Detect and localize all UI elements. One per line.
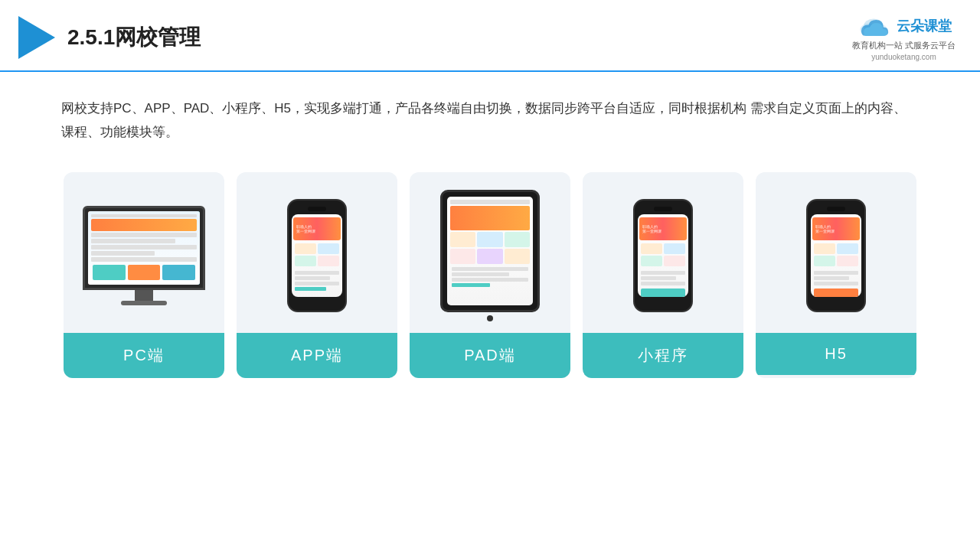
page-title: 2.5.1网校管理 bbox=[67, 23, 201, 52]
card-app: 职场人的第一堂网课 bbox=[237, 172, 397, 378]
header-right: 云朵课堂 教育机构一站 式服务云平台 yunduoketang.com bbox=[852, 14, 956, 61]
phone-mockup-mini: 职场人的第一堂网课 bbox=[633, 199, 693, 312]
brand-tagline: 教育机构一站 式服务云平台 bbox=[852, 40, 956, 51]
card-pc: PC端 bbox=[64, 172, 224, 378]
brand-logo: 云朵课堂 bbox=[855, 14, 952, 38]
card-h5: 职场人的第一堂网课 bbox=[756, 172, 916, 378]
card-h5-image: 职场人的第一堂网课 bbox=[756, 172, 916, 333]
phone-mockup-h5: 职场人的第一堂网课 bbox=[806, 199, 866, 312]
card-app-label: APP端 bbox=[237, 333, 397, 378]
pc-mockup bbox=[83, 206, 205, 305]
card-pad-image bbox=[410, 172, 570, 333]
card-app-image: 职场人的第一堂网课 bbox=[237, 172, 397, 333]
cloud-icon bbox=[855, 14, 892, 38]
description-content: 网校支持PC、APP、PAD、小程序、H5，实现多端打通，产品各终端自由切换，数… bbox=[61, 101, 906, 139]
tablet-mockup bbox=[440, 190, 540, 321]
platform-cards: PC端 职场人的第一堂网课 bbox=[0, 154, 980, 396]
card-miniapp-label: 小程序 bbox=[583, 333, 743, 378]
brand-name: 云朵课堂 bbox=[897, 17, 952, 35]
header: 2.5.1网校管理 云朵课堂 教育机构一站 式服务云平台 yunduoketan… bbox=[0, 0, 980, 72]
card-pc-image bbox=[64, 172, 224, 333]
header-left: 2.5.1网校管理 bbox=[18, 16, 201, 59]
brand-url: yunduoketang.com bbox=[871, 53, 936, 61]
card-h5-label: H5 bbox=[756, 333, 916, 375]
card-pc-label: PC端 bbox=[64, 333, 224, 378]
logo-icon bbox=[18, 16, 55, 59]
description-text: 网校支持PC、APP、PAD、小程序、H5，实现多端打通，产品各终端自由切换，数… bbox=[0, 72, 980, 154]
card-pad: PAD端 bbox=[410, 172, 570, 378]
phone-mockup-app: 职场人的第一堂网课 bbox=[287, 199, 347, 312]
card-pad-label: PAD端 bbox=[410, 333, 570, 378]
card-miniapp-image: 职场人的第一堂网课 bbox=[583, 172, 743, 333]
card-miniapp: 职场人的第一堂网课 bbox=[583, 172, 743, 378]
